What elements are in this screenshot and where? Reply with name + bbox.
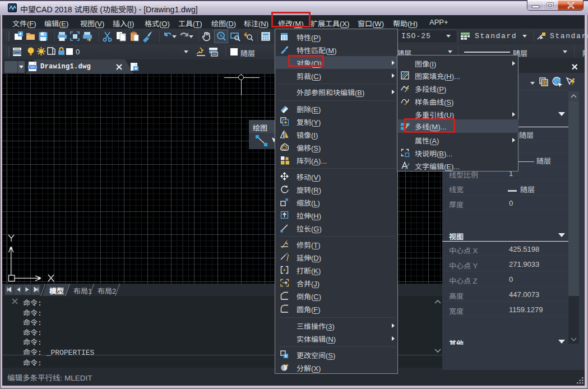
svg-text:DWG: DWG <box>28 65 37 69</box>
